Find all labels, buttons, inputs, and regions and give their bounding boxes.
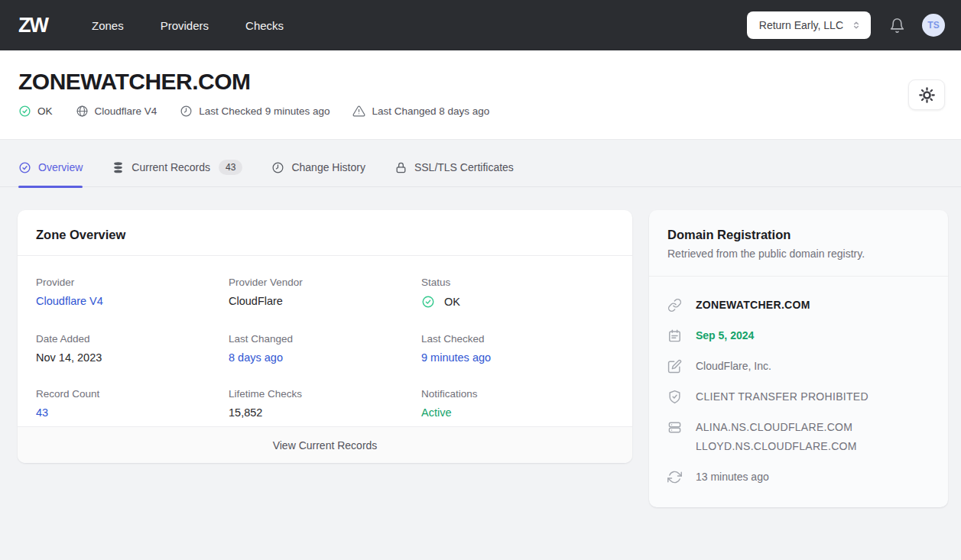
zone-last-checked: Last Checked 9 minutes ago [180,105,330,118]
field-notifications: Notifications Active [421,388,614,419]
nav-item-zones[interactable]: Zones [92,19,124,32]
check-circle-icon [421,295,435,309]
record-count-link[interactable]: 43 [36,406,48,419]
tab-current-records-label: Current Records [131,161,210,173]
lifetime-checks-value: 15,852 [229,406,421,419]
user-avatar[interactable]: TS [922,14,945,37]
zone-provider-label: Cloudflare V4 [95,105,157,117]
domain-registration-header: Domain Registration Retrieved from the p… [649,210,948,277]
registered-domain-value: ZONEWATCHER.COM [696,297,810,312]
zone-provider: Cloudflare V4 [76,105,157,118]
edit-icon [667,358,683,374]
clock-icon [271,161,284,174]
org-selector[interactable]: Return Early, LLC [747,11,871,39]
nameservers-row: ALINA.NS.CLOUDFLARE.COM LLOYD.NS.CLOUDFL… [667,412,930,461]
zone-status-label: OK [37,105,53,117]
field-status: Status OK [421,277,614,309]
tab-ssl-certificates[interactable]: SSL/TLS Certificates [394,160,514,186]
last-refreshed-value: 13 minutes ago [696,469,769,484]
zone-settings-button[interactable] [908,79,945,110]
registered-domain-row: ZONEWATCHER.COM [667,290,930,320]
field-label: Record Count [36,388,229,400]
field-date-added: Date Added Nov 14, 2023 [36,333,229,364]
field-last-checked: Last Checked 9 minutes ago [421,333,614,364]
registrar-value: CloudFlare, Inc. [696,358,771,374]
database-icon [112,161,125,174]
tab-overview-label: Overview [38,161,83,173]
page-title: ZONEWATCHER.COM [18,69,943,95]
zone-last-changed-label: Last Changed 8 days ago [372,105,489,117]
link-icon [667,297,683,312]
field-label: Last Changed [229,333,421,345]
domain-registration-card: Domain Registration Retrieved from the p… [649,210,948,507]
field-label: Lifetime Checks [229,388,421,400]
field-label: Date Added [36,333,229,345]
registrar-row: CloudFlare, Inc. [667,351,930,381]
check-circle-icon [18,161,31,174]
domain-registration-subtitle: Retrieved from the public domain registr… [667,248,930,260]
expiration-date-row: Sep 5, 2024 [667,320,930,351]
lock-icon [394,161,407,174]
nameserver-1: ALINA.NS.CLOUDFLARE.COM [696,419,857,435]
avatar-initials: TS [927,20,939,31]
field-provider: Provider Cloudflare V4 [36,277,229,309]
field-provider-vendor: Provider Vendor CloudFlare [229,277,421,309]
zone-overview-grid: Provider Cloudflare V4 Provider Vendor C… [18,256,632,426]
tab-overview[interactable]: Overview [18,160,83,186]
globe-icon [76,105,89,118]
gear-icon [919,87,935,103]
content: Zone Overview Provider Cloudflare V4 Pro… [0,187,961,507]
status-value: OK [444,296,460,308]
check-circle-icon [18,105,31,118]
tab-change-history[interactable]: Change History [271,160,365,186]
expiration-date-value: Sep 5, 2024 [696,328,754,343]
server-icon [667,419,683,435]
last-changed-link[interactable]: 8 days ago [229,351,283,364]
domain-registration-title: Domain Registration [667,228,930,242]
shield-check-icon [667,389,683,404]
clock-icon [180,105,193,118]
nav-item-providers[interactable]: Providers [161,19,209,32]
refresh-icon [667,469,683,484]
domain-registration-list: ZONEWATCHER.COM Sep 5, 2024 [649,277,948,507]
calendar-icon [667,328,683,343]
tab-change-history-label: Change History [291,161,365,173]
chevron-up-down-icon [851,20,862,31]
app-logo[interactable]: ZW [18,14,47,37]
primary-nav: Zones Providers Checks [92,19,284,32]
zone-last-checked-label: Last Checked 9 minutes ago [199,105,330,117]
provider-link[interactable]: Cloudflare V4 [36,295,103,307]
zone-overview-header: Zone Overview [18,210,632,256]
notifications-status: Active [421,406,452,419]
field-label: Provider Vendor [229,277,421,288]
nav-item-checks[interactable]: Checks [245,19,284,32]
zone-status: OK [18,105,53,118]
zone-meta-row: OK Cloudflare V4 Last Checked 9 minutes … [18,105,943,118]
tab-ssl-certificates-label: SSL/TLS Certificates [414,161,514,173]
field-lifetime-checks: Lifetime Checks 15,852 [229,388,421,419]
zone-overview-card: Zone Overview Provider Cloudflare V4 Pro… [18,210,632,463]
last-checked-link[interactable]: 9 minutes ago [421,351,491,364]
zone-header: ZONEWATCHER.COM OK Cloudflare V4 [0,50,961,140]
notifications-bell-icon[interactable] [889,18,905,34]
zone-tabs: Overview Current Records 43 Change Histo… [0,140,961,187]
transfer-lock-row: CLIENT TRANSFER PROHIBITED [667,381,930,412]
nav-right: Return Early, LLC TS [747,11,945,39]
tab-current-records[interactable]: Current Records 43 [112,160,242,186]
date-added-value: Nov 14, 2023 [36,351,229,364]
provider-vendor-value: CloudFlare [229,295,421,307]
zone-last-changed: Last Changed 8 days ago [352,105,489,118]
zone-overview-title: Zone Overview [36,228,614,242]
last-refreshed-row: 13 minutes ago [667,461,930,492]
record-count-badge: 43 [219,160,242,175]
alert-triangle-icon [352,105,365,118]
field-last-changed: Last Changed 8 days ago [229,333,421,364]
org-selector-value: Return Early, LLC [759,19,843,31]
field-label: Provider [36,277,229,288]
top-nav: ZW Zones Providers Checks Return Early, … [0,0,961,50]
view-current-records-button[interactable]: View Current Records [18,426,632,463]
field-label: Last Checked [421,333,614,345]
nameserver-2: LLOYD.NS.CLOUDFLARE.COM [696,439,857,454]
field-record-count: Record Count 43 [36,388,229,419]
nameservers-value: ALINA.NS.CLOUDFLARE.COM LLOYD.NS.CLOUDFL… [696,419,857,454]
